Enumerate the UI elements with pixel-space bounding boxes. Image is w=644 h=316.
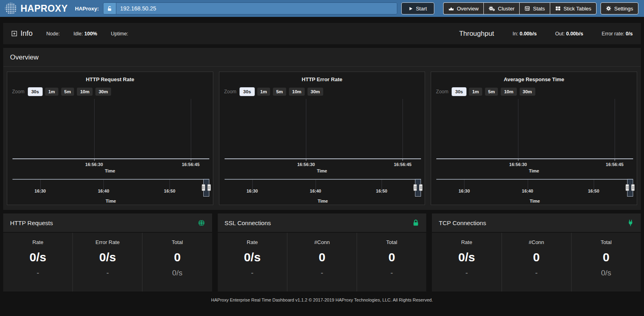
chart-panel-http-request-rate: HTTP Request Rate Zoom 30s 1m 5m 10m 30m… [7,72,213,205]
footer-text: HAProxy Enterprise Real Time Dashboard v… [0,291,644,306]
zoom-10m-button[interactable]: 10m [77,88,93,96]
throughput-out: Out: 0.00b/s [555,31,583,37]
zoom-1m-button[interactable]: 1m [257,88,270,96]
stat-rate: Rate 0/s - [3,233,72,291]
overview-button[interactable]: Overview [443,2,483,14]
out-value: 0.00b/s [566,31,583,37]
navigator-axis-title: Time [225,199,421,203]
gear-icon [606,6,611,11]
zoom-30m-button[interactable]: 30m [95,88,111,96]
zoom-5m-button[interactable]: 5m [273,88,286,96]
throughput-in: In: 0.00b/s [513,31,537,37]
in-value: 0.00b/s [520,31,537,37]
x-tick-label: 16:56:45 [394,162,411,167]
stick-tables-button-label: Stick Tables [564,6,591,12]
plug-icon [627,220,634,226]
x-tick-label: 16:56:30 [509,162,527,167]
navigator-selection[interactable] [627,179,633,197]
error-rate: Error rate: 0/s [602,31,633,37]
navigator-tick-label: 16:50 [376,189,387,193]
unlock-icon [103,3,116,14]
chart-plot-area[interactable] [225,99,421,159]
stat-rate: Rate 0/s - [218,233,287,291]
start-button-label: Start [416,6,427,12]
zoom-30s-button[interactable]: 30s [28,88,42,96]
zoom-label: Zoom [436,89,448,94]
navigator-tick-label: 16:40 [310,189,321,193]
chart-navigator[interactable]: 16:30 16:40 16:50 Time [436,179,633,204]
navigator-tick-label: 16:30 [246,189,258,193]
zoom-selector: Zoom 30s 1m 5m 10m 30m [12,88,213,96]
stat-total: Total 0 - [357,233,426,291]
stick-tables-button[interactable]: Stick Tables [550,2,597,14]
zoom-10m-button[interactable]: 10m [289,88,305,96]
overview-heading: Overview [3,48,641,66]
haproxy-address-input[interactable] [116,3,397,14]
axis-tickmark [94,159,95,161]
chart-title: Average Response Time [431,76,637,82]
settings-button-label: Settings [614,6,633,12]
settings-button[interactable]: Settings [601,2,638,14]
throughput-title: Throughput [459,30,494,38]
zoom-5m-button[interactable]: 5m [485,88,498,96]
zoom-1m-button[interactable]: 1m [469,88,482,96]
zoom-30m-button[interactable]: 30m [308,88,323,96]
charts-row: HTTP Request Rate Zoom 30s 1m 5m 10m 30m… [3,67,641,205]
zoom-5m-button[interactable]: 5m [61,88,74,96]
plus-square-icon [11,31,17,37]
view-switch-group: Overview [443,2,597,14]
gridline [518,99,518,158]
navigator-tick-label: 16:40 [522,189,533,193]
zoom-30s-button[interactable]: 30s [240,88,254,96]
info-toggle[interactable]: Info [11,29,33,38]
navigator-tick-label: 16:50 [588,189,599,193]
navigator-handle-left[interactable] [202,184,205,191]
axis-tickmark [518,159,518,161]
axis-tickmark [191,159,191,161]
chart-navigator[interactable]: 16:30 16:40 16:50 Time [225,179,421,204]
navigator-handle-right[interactable] [419,184,423,191]
start-button[interactable]: Start [401,2,434,14]
stat-error-rate: Error Rate 0/s - [72,233,142,291]
stat-total: Total 0 0/s [142,233,212,291]
throughput-section: Throughput In: 0.00b/s Out: 0.00b/s Erro… [459,30,633,38]
card-body: Rate 0/s - #Conn 0 - Total 0 - [218,233,427,291]
navigator-tick-label: 16:50 [164,189,175,193]
tcp-connections-card: TCP Connections Rate 0/s - #Conn 0 [432,213,641,291]
navigator-handle-right[interactable] [631,184,635,191]
zoom-1m-button[interactable]: 1m [45,88,58,96]
card-title: SSL Connections [225,220,271,226]
stat-cards-row: HTTP Requests Rate 0/s - Error Rate 0/ [3,213,641,291]
card-title: HTTP Requests [10,220,53,226]
navigator-selection[interactable] [203,179,209,197]
x-tick-label: 16:56:45 [606,162,623,167]
navigator-handle-left[interactable] [625,184,629,191]
play-icon [409,6,413,11]
navigator-axis-title: Time [12,199,209,203]
card-body: Rate 0/s - #Conn 0 - Total 0 0/s [432,233,641,291]
chart-plot-area[interactable] [436,99,633,159]
navigator-handle-right[interactable] [207,184,211,191]
node-label: Node: [46,31,60,37]
cluster-button[interactable]: Cluster [483,2,519,14]
chart-title: HTTP Error Rate [219,76,425,82]
card-body: Rate 0/s - Error Rate 0/s - Total 0 0/s [3,233,212,291]
axis-tickmark [402,159,403,161]
stats-button[interactable]: Stats [519,2,550,14]
zoom-10m-button[interactable]: 10m [501,88,516,96]
globe-icon [198,219,205,227]
zoom-30s-button[interactable]: 30s [452,88,466,96]
top-navbar: HAPROXY HAProxy: Start Overview [0,0,644,17]
zoom-label: Zoom [12,89,25,94]
gridline [402,99,403,158]
chart-navigator[interactable]: 16:30 16:40 16:50 Time [12,179,209,204]
chart-plot-area[interactable] [12,99,209,159]
navigator-selection[interactable] [415,179,421,197]
gridline [306,99,306,158]
navigator-handle-left[interactable] [413,184,417,191]
zoom-selector: Zoom 30s 1m 5m 10m 30m [436,88,637,96]
grid-icon [555,6,561,11]
navigator-tick-label: 16:40 [98,189,109,193]
zoom-30m-button[interactable]: 30m [520,88,535,96]
info-title: Info [21,29,33,38]
